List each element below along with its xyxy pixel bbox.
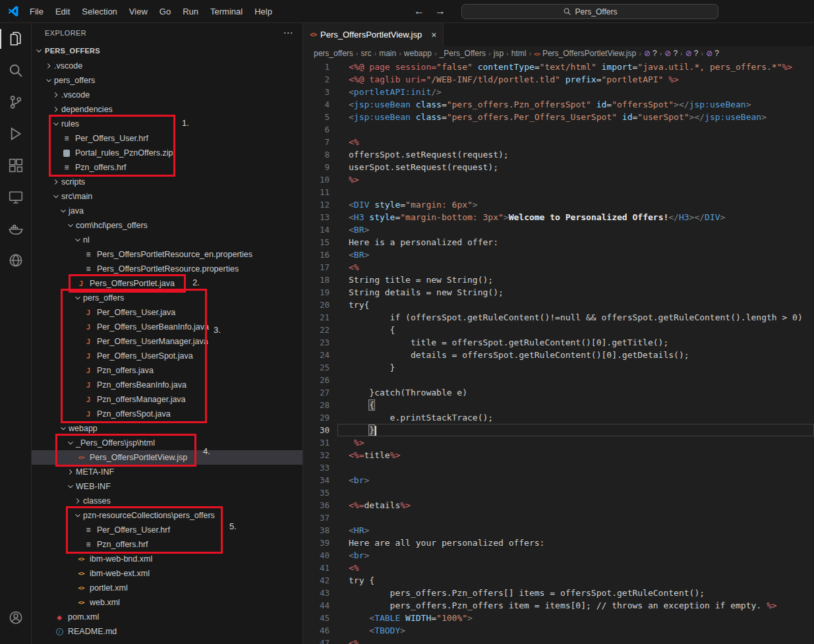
code-line-23[interactable]: 23 title = offersSpot.getRuleContent()[0… [303, 336, 814, 349]
line-number[interactable]: 5 [303, 111, 337, 123]
activitybar-source-control[interactable] [0, 86, 32, 118]
tab-pers-offersportletview-jsp[interactable]: <> Pers_OffersPortletView.jsp × [303, 23, 444, 46]
activitybar-docker[interactable] [0, 213, 32, 245]
tree-folder-src-main[interactable]: src\main [32, 189, 303, 204]
line-number[interactable]: 10 [303, 173, 337, 186]
line-number[interactable]: 7 [303, 136, 337, 148]
code-line-6[interactable]: 6 [303, 123, 814, 136]
tree-file-per-offers-userspot-java[interactable]: JPer_Offers_UserSpot.java [32, 349, 303, 363]
line-number[interactable]: 15 [303, 236, 337, 249]
tree-folder-dependencies[interactable]: dependencies [32, 102, 303, 117]
line-number[interactable]: 11 [303, 186, 337, 198]
tree-file-ibm-web-bnd-xml[interactable]: <>ibm-web-bnd.xml [32, 552, 303, 566]
line-number[interactable]: 40 [303, 549, 337, 562]
tree-file-pers-offersportletresource-properties[interactable]: ≡Pers_OffersPortletResource.properties [32, 262, 303, 276]
line-number[interactable]: 42 [303, 574, 337, 587]
line-number[interactable]: 31 [303, 436, 337, 449]
menu-edit[interactable]: Edit [49, 4, 76, 19]
tree-folder-webapp[interactable]: webapp [32, 421, 303, 436]
tree-folder--pers-offers-jsp-html[interactable]: _Pers_Offers\jsp\html [32, 436, 303, 450]
tree-folder-pzn-resourcecollections-pers-offers[interactable]: pzn-resourceCollections\pers_offers [32, 508, 303, 523]
line-number[interactable]: 36 [303, 499, 337, 512]
tree-file-pzn-offersbeaninfo-java[interactable]: JPzn_offersBeanInfo.java [32, 378, 303, 392]
activitybar-explorer[interactable] [0, 23, 32, 55]
code-line-31[interactable]: 31 %> [303, 436, 814, 449]
menu-help[interactable]: Help [248, 4, 278, 19]
line-number[interactable]: 16 [303, 249, 337, 261]
tree-folder--vscode[interactable]: .vscode [32, 59, 303, 73]
code-editor[interactable]: 1<%@ page session="false" contentType="t… [303, 61, 814, 644]
line-number[interactable]: 22 [303, 324, 337, 336]
breadcrumb-pers-offers[interactable]: pers_offers [314, 49, 353, 58]
activitybar-remote-explorer[interactable] [0, 181, 32, 213]
line-number[interactable]: 17 [303, 261, 337, 274]
line-number[interactable]: 29 [303, 411, 337, 424]
code-line-45[interactable]: 45 <TABLE WIDTH="100%"> [303, 612, 814, 624]
line-number[interactable]: 27 [303, 386, 337, 399]
tree-file-pzn-offersmanager-java[interactable]: JPzn_offersManager.java [32, 392, 303, 407]
menu-terminal[interactable]: Terminal [204, 4, 248, 19]
tree-file-web-xml[interactable]: <>web.xml [32, 595, 303, 610]
code-line-16[interactable]: 16<BR> [303, 249, 814, 261]
line-number[interactable]: 46 [303, 624, 337, 637]
breadcrumb-file[interactable]: <>Pers_OffersPortletView.jsp [534, 49, 636, 58]
code-line-47[interactable]: 47<% [303, 637, 814, 644]
code-line-2[interactable]: 2<%@ taglib uri="/WEB-INF/tld/portlet.tl… [303, 73, 814, 86]
code-line-46[interactable]: 46 <TBODY> [303, 624, 814, 637]
section-header-pers-offers[interactable]: PERS_OFFERS [32, 43, 303, 59]
menu-view[interactable]: View [123, 4, 154, 19]
line-number[interactable]: 38 [303, 524, 337, 537]
line-number[interactable]: 21 [303, 311, 337, 324]
tree-file-per-offers-userbeaninfo-java[interactable]: JPer_Offers_UserBeanInfo.java [32, 320, 303, 334]
arrow-left-icon[interactable]: ← [414, 5, 424, 17]
code-line-21[interactable]: 21 if (offersSpot.getRuleContent()!=null… [303, 311, 814, 324]
code-line-42[interactable]: 42try { [303, 574, 814, 587]
tree-file-ibm-web-ext-xml[interactable]: <>ibm-web-ext.xml [32, 566, 303, 581]
tree-file-per-offers-user-hrf[interactable]: ≡Per_Offers_User.hrf [32, 131, 303, 146]
line-number[interactable]: 32 [303, 449, 337, 461]
arrow-right-icon[interactable]: → [435, 5, 446, 17]
command-center-search[interactable]: Pers_Offers [461, 4, 718, 19]
activitybar-run-and-debug[interactable] [0, 118, 32, 150]
code-line-36[interactable]: 36<%=details%> [303, 499, 814, 512]
code-line-13[interactable]: 13<H3 style="margin-bottom: 3px">Welcome… [303, 211, 814, 223]
code-line-3[interactable]: 3<portletAPI:init/> [303, 86, 814, 98]
line-number[interactable]: 35 [303, 486, 337, 499]
line-number[interactable]: 4 [303, 98, 337, 111]
code-line-29[interactable]: 29 e.printStackTrace(); [303, 411, 814, 424]
code-line-37[interactable]: 37 [303, 512, 814, 524]
line-number[interactable]: 39 [303, 537, 337, 549]
breadcrumb-src[interactable]: src [361, 49, 371, 58]
tree-file-pom-xml[interactable]: ◆pom.xml [32, 610, 303, 624]
tree-file-pzn-offers-hrf[interactable]: ≡Pzn_offers.hrf [32, 537, 303, 552]
tree-folder-classes[interactable]: classes [32, 494, 303, 508]
line-number[interactable]: 13 [303, 211, 337, 223]
tree-folder-java[interactable]: java [32, 204, 303, 218]
line-number[interactable]: 26 [303, 374, 337, 386]
line-number[interactable]: 3 [303, 86, 337, 98]
code-line-11[interactable]: 11 [303, 186, 814, 198]
code-line-40[interactable]: 40<br> [303, 549, 814, 562]
activitybar-search[interactable] [0, 55, 32, 86]
code-line-14[interactable]: 14<BR> [303, 223, 814, 236]
tree-file-pzn-offers-hrf[interactable]: ≡Pzn_offers.hrf [32, 160, 303, 175]
code-line-10[interactable]: 10%> [303, 173, 814, 186]
tree-folder-scripts[interactable]: scripts [32, 175, 303, 189]
line-number[interactable]: 41 [303, 562, 337, 574]
breadcrumb-jsp[interactable]: jsp [494, 49, 504, 58]
line-number[interactable]: 2 [303, 73, 337, 86]
activitybar-accounts[interactable] [0, 602, 32, 633]
line-number[interactable]: 30 [303, 424, 337, 436]
menu-go[interactable]: Go [154, 4, 177, 19]
line-number[interactable]: 34 [303, 474, 337, 486]
code-line-32[interactable]: 32<%=title%> [303, 449, 814, 461]
activitybar-github[interactable] [0, 245, 32, 276]
activitybar-extensions[interactable] [0, 150, 32, 181]
line-number[interactable]: 19 [303, 286, 337, 299]
line-number[interactable]: 44 [303, 599, 337, 612]
close-icon[interactable]: × [431, 30, 436, 40]
menu-file[interactable]: File [24, 4, 49, 19]
breadcrumb-symbol[interactable]: ⊘? [664, 49, 678, 58]
breadcrumb-webapp[interactable]: webapp [404, 49, 432, 58]
tree-file-portlet-xml[interactable]: <>portlet.xml [32, 581, 303, 595]
